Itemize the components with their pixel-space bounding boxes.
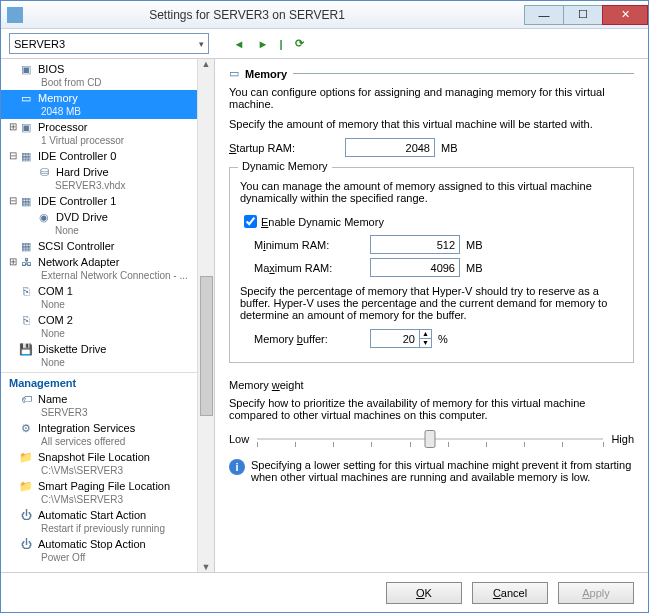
tree-item-ide1[interactable]: ⊟▦ IDE Controller 1	[1, 193, 197, 209]
refresh-button[interactable]: ⟳	[289, 34, 309, 54]
slider-knob[interactable]	[425, 430, 436, 448]
tree-item-scsi[interactable]: ▦ SCSI Controller	[1, 238, 197, 254]
dynamic-memory-legend: Dynamic Memory	[238, 160, 332, 172]
power-icon: ⏻	[18, 508, 34, 522]
scroll-down-icon[interactable]: ▼	[202, 562, 211, 572]
memory-weight-desc: Specify how to prioritize the availabili…	[229, 397, 634, 421]
harddrive-icon: ⛁	[36, 165, 52, 179]
network-icon: 🖧	[18, 255, 34, 269]
scroll-thumb[interactable]	[200, 276, 213, 416]
buffer-desc: Specify the percentage of memory that Hy…	[240, 285, 623, 321]
chevron-down-icon: ▾	[199, 39, 204, 49]
memory-icon: ▭	[18, 91, 34, 105]
tree-item-bios[interactable]: ▣ BIOS	[1, 61, 197, 77]
minimum-ram-label: Minimum RAM:	[254, 239, 370, 251]
folder-icon: 📁	[18, 450, 34, 464]
tree-item-diskette[interactable]: 💾 Diskette Drive	[1, 341, 197, 357]
memory-weight-info: Specifying a lower setting for this virt…	[251, 459, 634, 483]
apply-button[interactable]: AApplypply	[558, 582, 634, 604]
memory-panel: ▭ Memory You can configure options for a…	[215, 59, 648, 572]
memory-weight-slider[interactable]	[257, 429, 603, 449]
port-icon: ⎘	[18, 313, 34, 327]
settings-window: Settings for SERVER3 on SERVER1 — ☐ ✕ SE…	[0, 0, 649, 613]
tree-item-snapshot[interactable]: 📁 Snapshot File Location	[1, 449, 197, 465]
cpu-icon: ▣	[18, 120, 34, 134]
scroll-up-icon[interactable]: ▲	[202, 59, 211, 69]
tree-item-com1[interactable]: ⎘ COM 1	[1, 283, 197, 299]
tree-item-dvd[interactable]: ◉ DVD Drive	[1, 209, 197, 225]
startup-desc: Specify the amount of memory that this v…	[229, 118, 634, 130]
tree-category-management: Management	[1, 372, 197, 391]
tree-item-autostart[interactable]: ⏻ Automatic Start Action	[1, 507, 197, 523]
tree-item-name[interactable]: 🏷 Name	[1, 391, 197, 407]
scsi-icon: ▦	[18, 239, 34, 253]
titlebar: Settings for SERVER3 on SERVER1 — ☐ ✕	[1, 1, 648, 29]
maximum-ram-input[interactable]	[370, 258, 460, 277]
memory-buffer-label: Memory buffer:	[254, 333, 370, 345]
memory-buffer-input[interactable]	[370, 329, 420, 348]
maximum-ram-label: Maximum RAM:	[254, 262, 370, 274]
services-icon: ⚙	[18, 421, 34, 435]
folder-icon: 📁	[18, 479, 34, 493]
ok-button[interactable]: OK	[386, 582, 462, 604]
dialog-footer: OK Cancel AApplypply	[1, 572, 648, 612]
server-select[interactable]: SERVER3 ▾	[9, 33, 209, 54]
info-icon: i	[229, 459, 245, 475]
chip-icon: ▣	[18, 62, 34, 76]
slider-high-label: High	[611, 433, 634, 445]
startup-ram-input[interactable]	[345, 138, 435, 157]
toolbar: SERVER3 ▾ ◄ ► | ⟳	[1, 29, 648, 59]
nav-back-button[interactable]: ◄	[229, 34, 249, 54]
minimum-ram-input[interactable]	[370, 235, 460, 254]
memory-buffer-spinner[interactable]: ▲▼	[419, 329, 432, 348]
tag-icon: 🏷	[18, 392, 34, 406]
startup-ram-label: SStartup RAM:tartup RAM:	[229, 142, 345, 154]
minimize-button[interactable]: —	[524, 5, 564, 25]
panel-heading: Memory	[245, 68, 287, 80]
memory-weight-group: Memory weight Specify how to prioritize …	[229, 373, 634, 493]
nav-forward-button[interactable]: ►	[253, 34, 273, 54]
dynamic-memory-desc: You can manage the amount of memory assi…	[240, 180, 623, 204]
controller-icon: ▦	[18, 194, 34, 208]
floppy-icon: 💾	[18, 342, 34, 356]
disc-icon: ◉	[36, 210, 52, 224]
power-icon: ⏻	[18, 537, 34, 551]
enable-dynamic-memory-checkbox[interactable]	[244, 215, 257, 228]
tree-item-harddrive[interactable]: ⛁ Hard Drive	[1, 164, 197, 180]
slider-low-label: Low	[229, 433, 249, 445]
tree-item-network[interactable]: ⊞🖧 Network Adapter	[1, 254, 197, 270]
tree-item-memory[interactable]: ▭ Memory	[1, 90, 197, 106]
tree-item-autostop[interactable]: ⏻ Automatic Stop Action	[1, 536, 197, 552]
tree-item-com2[interactable]: ⎘ COM 2	[1, 312, 197, 328]
tree-item-integration[interactable]: ⚙ Integration Services	[1, 420, 197, 436]
settings-tree: ▣ BIOS Boot from CD ▭ Memory 2048 MB ⊞▣ …	[1, 59, 215, 572]
tree-item-smartpaging[interactable]: 📁 Smart Paging File Location	[1, 478, 197, 494]
window-title: Settings for SERVER3 on SERVER1	[0, 8, 525, 22]
cancel-button[interactable]: Cancel	[472, 582, 548, 604]
port-icon: ⎘	[18, 284, 34, 298]
server-select-value: SERVER3	[14, 38, 65, 50]
controller-icon: ▦	[18, 149, 34, 163]
close-button[interactable]: ✕	[602, 5, 648, 25]
unit-mb: MB	[441, 142, 458, 154]
dynamic-memory-group: Dynamic Memory You can manage the amount…	[229, 167, 634, 363]
tree-item-ide0[interactable]: ⊟▦ IDE Controller 0	[1, 148, 197, 164]
tree-scrollbar[interactable]: ▲ ▼	[197, 59, 214, 572]
tree-item-processor[interactable]: ⊞▣ Processor	[1, 119, 197, 135]
panel-intro: You can configure options for assigning …	[229, 86, 634, 110]
memory-icon: ▭	[229, 67, 239, 80]
maximize-button[interactable]: ☐	[563, 5, 603, 25]
